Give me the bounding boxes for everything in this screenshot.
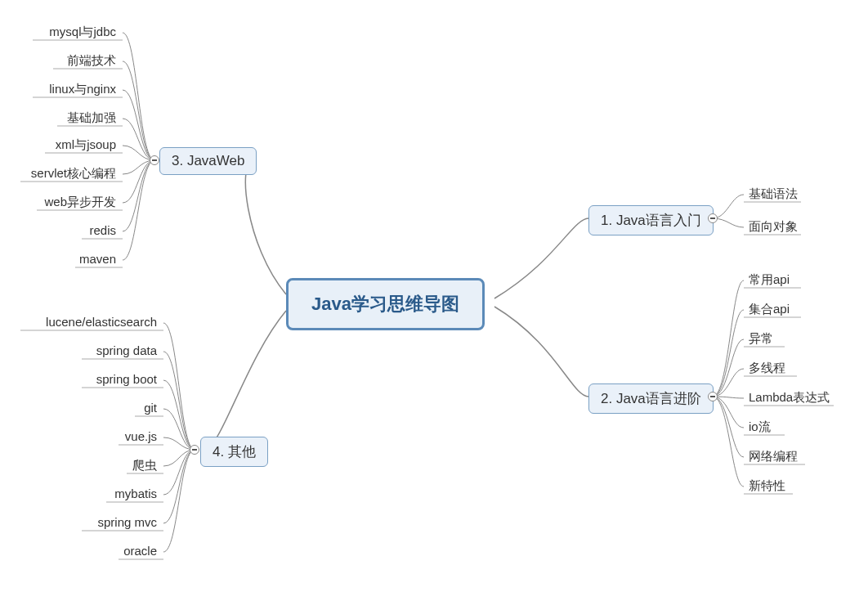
leaf-node[interactable]: spring boot <box>93 370 160 388</box>
leaf-node[interactable]: 爬虫 <box>129 456 160 475</box>
central-topic[interactable]: Java学习思维导图 <box>286 278 485 330</box>
leaf-node[interactable]: 常用api <box>745 271 793 289</box>
leaf-node[interactable]: vue.js <box>122 428 160 445</box>
leaf-node[interactable]: 基础加强 <box>64 109 119 128</box>
leaf-node[interactable]: 基础语法 <box>745 185 801 204</box>
collapse-icon[interactable] <box>150 155 159 165</box>
leaf-node[interactable]: linux与nginx <box>46 80 119 99</box>
leaf-node[interactable]: 异常 <box>745 330 776 348</box>
leaf-node[interactable]: git <box>141 399 160 416</box>
leaf-node[interactable]: xml与jsoup <box>52 136 119 155</box>
leaf-node[interactable]: 集合api <box>745 300 793 319</box>
leaf-node[interactable]: mysql与jdbc <box>46 23 119 42</box>
collapse-icon[interactable] <box>190 445 199 455</box>
leaf-node[interactable]: oracle <box>120 542 160 559</box>
leaf-node[interactable]: 前端技术 <box>64 52 119 70</box>
leaf-node[interactable]: 网络编程 <box>745 447 801 466</box>
leaf-node[interactable]: redis <box>86 222 119 239</box>
leaf-node[interactable]: lucene/elasticsearch <box>43 313 160 330</box>
collapse-icon[interactable] <box>708 392 718 401</box>
leaf-node[interactable]: spring data <box>93 342 160 359</box>
leaf-node[interactable]: mybatis <box>111 485 160 502</box>
leaf-node[interactable]: spring mvc <box>94 514 160 531</box>
branch-other[interactable]: 4. 其他 <box>200 437 268 467</box>
branch-java-intro[interactable]: 1. Java语言入门 <box>588 205 714 235</box>
leaf-node[interactable]: maven <box>76 250 119 267</box>
leaf-node[interactable]: 面向对象 <box>745 218 801 236</box>
leaf-node[interactable]: 新特性 <box>745 477 789 496</box>
collapse-icon[interactable] <box>708 213 718 223</box>
leaf-node[interactable]: Lambda表达式 <box>745 388 833 407</box>
leaf-node[interactable]: web异步开发 <box>41 193 119 212</box>
leaf-node[interactable]: servlet核心编程 <box>28 164 119 183</box>
branch-java-advanced[interactable]: 2. Java语言进阶 <box>588 383 714 414</box>
leaf-node[interactable]: 多线程 <box>745 359 789 378</box>
leaf-node[interactable]: io流 <box>745 418 774 437</box>
branch-javaweb[interactable]: 3. JavaWeb <box>159 147 257 175</box>
